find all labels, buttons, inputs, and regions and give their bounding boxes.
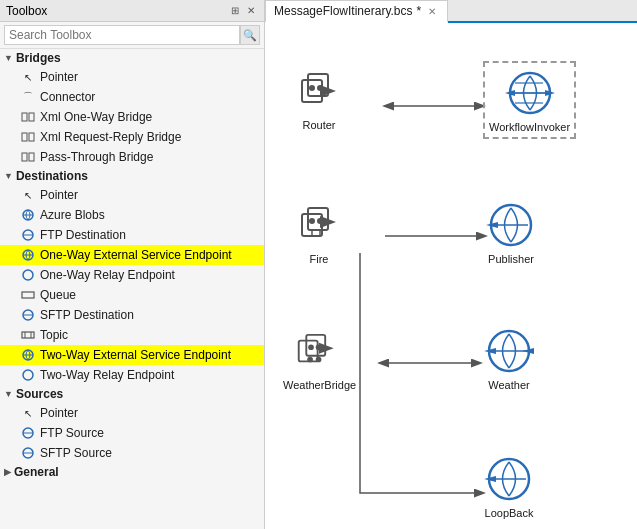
topic-icon bbox=[20, 327, 36, 343]
node-fire[interactable]: Fire bbox=[293, 199, 345, 265]
pointer-src-icon: ↖ bbox=[20, 405, 36, 421]
category-bridges[interactable]: ▼ Bridges bbox=[0, 49, 264, 67]
pin-icon[interactable]: ⊞ bbox=[228, 4, 242, 18]
close-toolbox-icon[interactable]: ✕ bbox=[244, 4, 258, 18]
ftp-source-icon bbox=[20, 425, 36, 441]
svg-point-14 bbox=[23, 370, 33, 380]
svg-rect-10 bbox=[22, 292, 34, 298]
triangle-destinations: ▼ bbox=[4, 171, 13, 181]
search-bar: 🔍 bbox=[0, 22, 264, 49]
node-publisher[interactable]: Publisher bbox=[485, 199, 537, 265]
tab-label: MessageFlowItinerary.bcs bbox=[274, 4, 413, 18]
two-way-relay-icon bbox=[20, 367, 36, 383]
item-sftp-source[interactable]: SFTP Source bbox=[0, 443, 264, 463]
tab-modified-indicator: * bbox=[417, 4, 422, 18]
item-pointer-bridges[interactable]: ↖ Pointer bbox=[0, 67, 264, 87]
svg-rect-3 bbox=[29, 133, 34, 141]
toolbox-title: Toolbox bbox=[6, 4, 47, 18]
toolbox-content: ▼ Bridges ↖ Pointer ⌒ Connector Xml One-… bbox=[0, 49, 264, 529]
category-sources-label: Sources bbox=[16, 387, 63, 401]
toolbox-panel: Toolbox ⊞ ✕ 🔍 ▼ Bridges ↖ Pointer ⌒ Conn… bbox=[0, 0, 265, 529]
canvas-area[interactable]: Router WorkflowInvoker bbox=[265, 23, 637, 529]
router-icon bbox=[293, 65, 345, 117]
tab-messageflow[interactable]: MessageFlowItinerary.bcs * ✕ bbox=[265, 0, 448, 23]
item-two-way-relay[interactable]: Two-Way Relay Endpoint bbox=[0, 365, 264, 385]
node-router[interactable]: Router bbox=[293, 65, 345, 131]
item-xml-rr[interactable]: Xml Request-Reply Bridge bbox=[0, 127, 264, 147]
svg-point-27 bbox=[309, 218, 315, 224]
category-bridges-label: Bridges bbox=[16, 51, 61, 65]
item-connector[interactable]: ⌒ Connector bbox=[0, 87, 264, 107]
triangle-sources: ▼ bbox=[4, 389, 13, 399]
loopback-label: LoopBack bbox=[485, 507, 534, 519]
sftp-source-icon bbox=[20, 445, 36, 461]
svg-point-34 bbox=[307, 357, 313, 363]
item-ftp-source[interactable]: FTP Source bbox=[0, 423, 264, 443]
item-one-way-ext[interactable]: One-Way External Service Endpoint bbox=[0, 245, 264, 265]
svg-point-33 bbox=[315, 344, 321, 350]
item-passthrough[interactable]: Pass-Through Bridge bbox=[0, 147, 264, 167]
node-weather[interactable]: Weather bbox=[483, 325, 535, 391]
category-destinations[interactable]: ▼ Destinations bbox=[0, 167, 264, 185]
svg-rect-5 bbox=[29, 153, 34, 161]
svg-point-22 bbox=[309, 85, 315, 91]
workflow-invoker-label: WorkflowInvoker bbox=[489, 121, 570, 133]
category-sources[interactable]: ▼ Sources bbox=[0, 385, 264, 403]
category-general[interactable]: ▶ General bbox=[0, 463, 264, 481]
item-topic[interactable]: Topic bbox=[0, 325, 264, 345]
toolbox-title-bar: Toolbox ⊞ ✕ bbox=[0, 0, 264, 22]
node-weatherbridge[interactable]: WeatherBridge bbox=[283, 325, 356, 391]
svg-rect-21 bbox=[308, 74, 328, 96]
svg-rect-1 bbox=[29, 113, 34, 121]
node-workflow-invoker[interactable]: WorkflowInvoker bbox=[483, 61, 576, 139]
fire-label: Fire bbox=[310, 253, 329, 265]
canvas-panel: MessageFlowItinerary.bcs * ✕ bbox=[265, 0, 637, 529]
item-ftp-dest[interactable]: FTP Destination bbox=[0, 225, 264, 245]
passthrough-icon bbox=[20, 149, 36, 165]
category-destinations-label: Destinations bbox=[16, 169, 88, 183]
pointer-dest-icon: ↖ bbox=[20, 187, 36, 203]
item-xml-oneway[interactable]: Xml One-Way Bridge bbox=[0, 107, 264, 127]
svg-point-35 bbox=[315, 357, 321, 363]
queue-icon bbox=[20, 287, 36, 303]
two-way-ext-icon bbox=[20, 347, 36, 363]
one-way-relay-icon bbox=[20, 267, 36, 283]
ftp-dest-icon bbox=[20, 227, 36, 243]
svg-rect-0 bbox=[22, 113, 27, 121]
triangle-bridges: ▼ bbox=[4, 53, 13, 63]
item-azure-blobs[interactable]: Azure Blobs bbox=[0, 205, 264, 225]
tab-close-icon[interactable]: ✕ bbox=[425, 4, 439, 18]
publisher-label: Publisher bbox=[488, 253, 534, 265]
loopback-icon bbox=[483, 453, 535, 505]
svg-rect-12 bbox=[22, 332, 34, 338]
toolbox-title-icons: ⊞ ✕ bbox=[228, 4, 258, 18]
search-button[interactable]: 🔍 bbox=[240, 25, 260, 45]
item-one-way-relay[interactable]: One-Way Relay Endpoint bbox=[0, 265, 264, 285]
triangle-general: ▶ bbox=[4, 467, 11, 477]
item-pointer-src[interactable]: ↖ Pointer bbox=[0, 403, 264, 423]
xml-oneway-icon bbox=[20, 109, 36, 125]
sources-items: ↖ Pointer FTP Source SFTP Source bbox=[0, 403, 264, 463]
item-queue[interactable]: Queue bbox=[0, 285, 264, 305]
item-sftp-dest[interactable]: SFTP Destination bbox=[0, 305, 264, 325]
svg-point-9 bbox=[23, 270, 33, 280]
node-loopback[interactable]: LoopBack bbox=[483, 453, 535, 519]
sftp-dest-icon bbox=[20, 307, 36, 323]
weatherbridge-label: WeatherBridge bbox=[283, 379, 356, 391]
item-pointer-dest[interactable]: ↖ Pointer bbox=[0, 185, 264, 205]
azure-blobs-icon bbox=[20, 207, 36, 223]
item-two-way-ext[interactable]: Two-Way External Service Endpoint bbox=[0, 345, 264, 365]
workflow-invoker-icon bbox=[504, 67, 556, 119]
fire-icon bbox=[293, 199, 345, 251]
weatherbridge-icon bbox=[294, 325, 346, 377]
category-general-label: General bbox=[14, 465, 59, 479]
publisher-icon bbox=[485, 199, 537, 251]
pointer-icon: ↖ bbox=[20, 69, 36, 85]
router-label: Router bbox=[302, 119, 335, 131]
bridges-items: ↖ Pointer ⌒ Connector Xml One-Way Bridge… bbox=[0, 67, 264, 167]
weather-label: Weather bbox=[488, 379, 529, 391]
search-input[interactable] bbox=[4, 25, 240, 45]
svg-rect-4 bbox=[22, 153, 27, 161]
weather-icon bbox=[483, 325, 535, 377]
xml-rr-icon bbox=[20, 129, 36, 145]
